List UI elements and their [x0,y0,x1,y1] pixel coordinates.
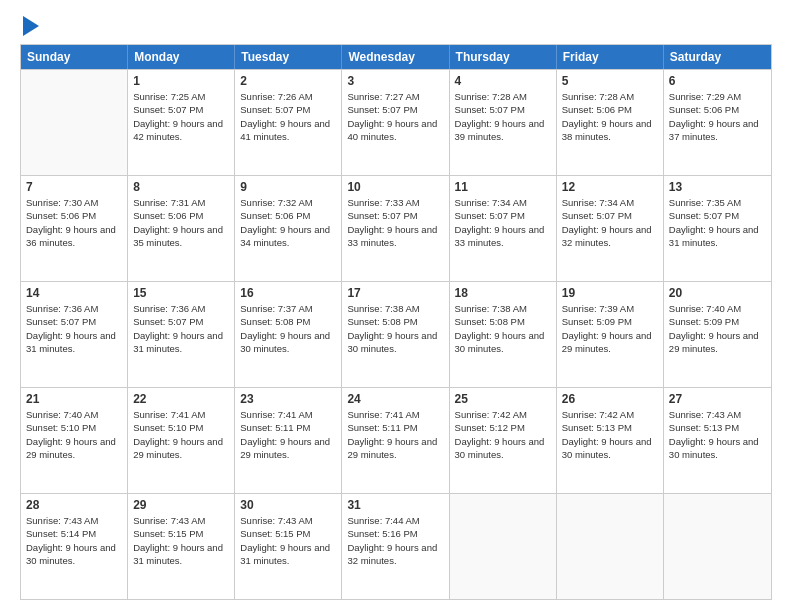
sunrise-label: Sunrise: [26,515,64,526]
sunset-label: Sunset: [133,104,168,115]
calendar-cell: 7Sunrise: 7:30 AMSunset: 5:06 PMDaylight… [21,176,128,281]
sunrise-time: 7:33 AM [385,197,420,208]
day-info: Sunrise: 7:33 AMSunset: 5:07 PMDaylight:… [347,196,443,249]
day-info: Sunrise: 7:34 AMSunset: 5:07 PMDaylight:… [562,196,658,249]
sunset-time: 5:07 PM [61,316,96,327]
sunset-label: Sunset: [669,316,704,327]
day-info: Sunrise: 7:42 AMSunset: 5:13 PMDaylight:… [562,408,658,461]
day-number: 31 [347,498,443,512]
weekday-header-monday: Monday [128,45,235,69]
sunrise-time: 7:43 AM [278,515,313,526]
day-number: 30 [240,498,336,512]
sunset-label: Sunset: [133,316,168,327]
sunrise-time: 7:41 AM [171,409,206,420]
day-info: Sunrise: 7:42 AMSunset: 5:12 PMDaylight:… [455,408,551,461]
day-number: 6 [669,74,766,88]
daylight-label: Daylight: [240,118,280,129]
sunset-label: Sunset: [347,104,382,115]
daylight-label: Daylight: [133,224,173,235]
sunset-time: 5:14 PM [61,528,96,539]
sunrise-label: Sunrise: [133,409,171,420]
sunset-time: 5:15 PM [275,528,310,539]
day-number: 10 [347,180,443,194]
day-info: Sunrise: 7:41 AMSunset: 5:11 PMDaylight:… [347,408,443,461]
sunrise-time: 7:42 AM [492,409,527,420]
calendar-cell: 20Sunrise: 7:40 AMSunset: 5:09 PMDayligh… [664,282,771,387]
sunset-label: Sunset: [455,104,490,115]
sunset-time: 5:08 PM [382,316,417,327]
sunset-label: Sunset: [26,422,61,433]
daylight-label: Daylight: [669,330,709,341]
calendar-cell: 12Sunrise: 7:34 AMSunset: 5:07 PMDayligh… [557,176,664,281]
daylight-label: Daylight: [133,436,173,447]
calendar-cell: 8Sunrise: 7:31 AMSunset: 5:06 PMDaylight… [128,176,235,281]
sunrise-label: Sunrise: [347,197,385,208]
sunset-label: Sunset: [455,316,490,327]
day-number: 26 [562,392,658,406]
day-number: 2 [240,74,336,88]
sunrise-label: Sunrise: [455,91,493,102]
calendar-cell: 15Sunrise: 7:36 AMSunset: 5:07 PMDayligh… [128,282,235,387]
sunset-label: Sunset: [562,210,597,221]
daylight-label: Daylight: [133,542,173,553]
day-info: Sunrise: 7:27 AMSunset: 5:07 PMDaylight:… [347,90,443,143]
header [20,18,772,36]
sunrise-label: Sunrise: [133,91,171,102]
calendar-cell: 14Sunrise: 7:36 AMSunset: 5:07 PMDayligh… [21,282,128,387]
calendar-cell: 26Sunrise: 7:42 AMSunset: 5:13 PMDayligh… [557,388,664,493]
sunset-label: Sunset: [240,104,275,115]
sunrise-time: 7:44 AM [385,515,420,526]
daylight-label: Daylight: [455,330,495,341]
sunrise-time: 7:35 AM [706,197,741,208]
weekday-header-tuesday: Tuesday [235,45,342,69]
sunrise-time: 7:28 AM [492,91,527,102]
daylight-label: Daylight: [669,436,709,447]
sunrise-time: 7:41 AM [278,409,313,420]
sunrise-time: 7:36 AM [171,303,206,314]
sunrise-time: 7:39 AM [599,303,634,314]
sunset-time: 5:13 PM [597,422,632,433]
day-info: Sunrise: 7:35 AMSunset: 5:07 PMDaylight:… [669,196,766,249]
calendar-cell: 24Sunrise: 7:41 AMSunset: 5:11 PMDayligh… [342,388,449,493]
calendar-cell: 6Sunrise: 7:29 AMSunset: 5:06 PMDaylight… [664,70,771,175]
day-number: 5 [562,74,658,88]
day-number: 16 [240,286,336,300]
sunrise-label: Sunrise: [240,515,278,526]
calendar-cell [557,494,664,599]
calendar-cell: 21Sunrise: 7:40 AMSunset: 5:10 PMDayligh… [21,388,128,493]
sunset-time: 5:13 PM [704,422,739,433]
sunrise-time: 7:25 AM [171,91,206,102]
daylight-label: Daylight: [240,542,280,553]
calendar-cell: 16Sunrise: 7:37 AMSunset: 5:08 PMDayligh… [235,282,342,387]
calendar-cell: 5Sunrise: 7:28 AMSunset: 5:06 PMDaylight… [557,70,664,175]
sunset-time: 5:07 PM [168,104,203,115]
day-number: 11 [455,180,551,194]
daylight-label: Daylight: [347,330,387,341]
sunset-time: 5:15 PM [168,528,203,539]
day-info: Sunrise: 7:29 AMSunset: 5:06 PMDaylight:… [669,90,766,143]
calendar-header: SundayMondayTuesdayWednesdayThursdayFrid… [21,45,771,69]
daylight-label: Daylight: [347,118,387,129]
day-info: Sunrise: 7:43 AMSunset: 5:15 PMDaylight:… [240,514,336,567]
calendar-cell: 28Sunrise: 7:43 AMSunset: 5:14 PMDayligh… [21,494,128,599]
calendar-cell: 2Sunrise: 7:26 AMSunset: 5:07 PMDaylight… [235,70,342,175]
sunrise-time: 7:43 AM [706,409,741,420]
day-number: 18 [455,286,551,300]
sunset-label: Sunset: [133,210,168,221]
sunrise-time: 7:27 AM [385,91,420,102]
weekday-header-saturday: Saturday [664,45,771,69]
sunset-time: 5:06 PM [597,104,632,115]
calendar-body: 1Sunrise: 7:25 AMSunset: 5:07 PMDaylight… [21,69,771,599]
daylight-label: Daylight: [133,330,173,341]
sunrise-label: Sunrise: [240,303,278,314]
sunrise-label: Sunrise: [455,409,493,420]
sunset-label: Sunset: [669,422,704,433]
calendar-cell: 18Sunrise: 7:38 AMSunset: 5:08 PMDayligh… [450,282,557,387]
sunrise-label: Sunrise: [562,303,600,314]
day-info: Sunrise: 7:43 AMSunset: 5:13 PMDaylight:… [669,408,766,461]
sunset-time: 5:10 PM [168,422,203,433]
sunrise-time: 7:43 AM [64,515,99,526]
daylight-label: Daylight: [455,224,495,235]
day-number: 20 [669,286,766,300]
sunrise-label: Sunrise: [455,197,493,208]
